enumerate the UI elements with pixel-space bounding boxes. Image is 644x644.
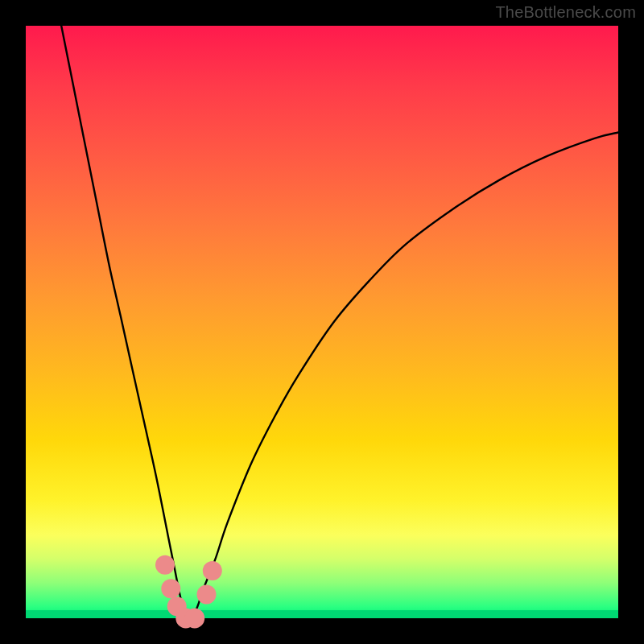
chart-svg — [0, 0, 644, 644]
data-marker — [197, 585, 217, 605]
curve-group — [61, 26, 618, 621]
data-marker — [161, 579, 180, 598]
chart-frame: TheBottleneck.com — [0, 0, 644, 644]
marker-group — [155, 555, 222, 629]
attribution-label: TheBottleneck.com — [495, 3, 636, 22]
data-marker — [203, 561, 222, 580]
bottleneck-curve — [61, 26, 618, 621]
data-marker — [155, 555, 175, 575]
data-marker — [184, 609, 204, 629]
